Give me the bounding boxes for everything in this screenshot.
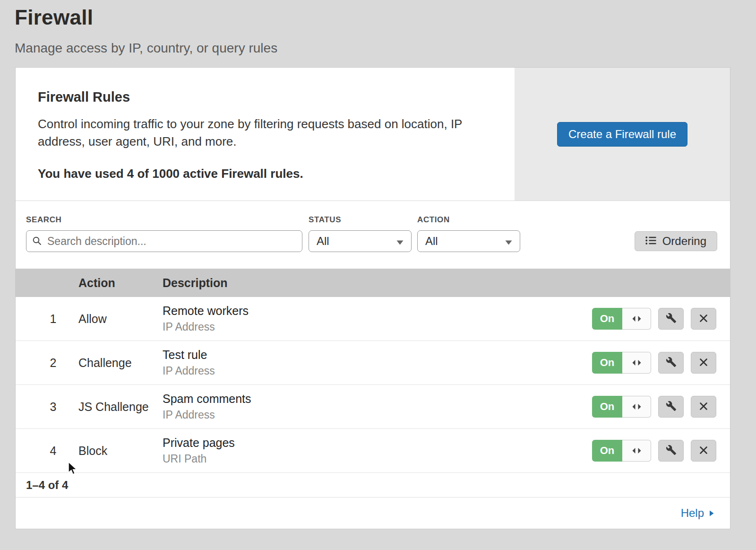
ordered-list-icon bbox=[645, 235, 656, 248]
status-select[interactable]: All bbox=[309, 230, 412, 252]
table-header: Action Description bbox=[16, 269, 730, 297]
search-filter-group: SEARCH bbox=[26, 215, 302, 252]
pagination-summary: 1–4 of 4 bbox=[16, 473, 730, 498]
search-field-wrap bbox=[26, 230, 302, 252]
rule-title: Remote workers bbox=[163, 304, 592, 318]
chevron-down-icon bbox=[505, 235, 512, 248]
delete-rule-button[interactable] bbox=[691, 396, 716, 418]
rule-priority: 3 bbox=[16, 400, 78, 414]
rule-description: Private pages URI Path bbox=[163, 436, 592, 465]
edit-rule-button[interactable] bbox=[658, 396, 684, 418]
rule-enabled-toggle[interactable]: On bbox=[592, 440, 651, 462]
rule-enabled-toggle[interactable]: On bbox=[592, 308, 651, 330]
rule-controls: On bbox=[592, 352, 730, 374]
rule-title: Spam comments bbox=[163, 392, 592, 406]
create-rule-panel: Create a Firewall rule bbox=[515, 68, 730, 201]
rule-match-type: URI Path bbox=[163, 453, 592, 465]
rule-action: Challenge bbox=[78, 356, 163, 370]
create-firewall-rule-button[interactable]: Create a Firewall rule bbox=[557, 122, 687, 147]
filters-bar: SEARCH STATUS All ACTION All bbox=[16, 201, 730, 269]
help-link[interactable]: Help bbox=[681, 506, 714, 520]
table-row: 1 Allow Remote workers IP Address On bbox=[16, 297, 730, 341]
table-row: 2 Challenge Test rule IP Address On bbox=[16, 341, 730, 385]
rule-description: Spam comments IP Address bbox=[163, 392, 592, 421]
rule-description: Remote workers IP Address bbox=[163, 304, 592, 333]
wrench-icon bbox=[666, 357, 677, 369]
close-icon bbox=[699, 314, 708, 324]
rules-usage-count: You have used 4 of 1000 active Firewall … bbox=[38, 166, 496, 181]
card-description: Control incoming traffic to your zone by… bbox=[38, 115, 484, 150]
delete-rule-button[interactable] bbox=[691, 308, 716, 330]
rules-summary-text: Firewall Rules Control incoming traffic … bbox=[16, 68, 515, 201]
help-link-label: Help bbox=[681, 506, 704, 520]
rule-priority: 1 bbox=[16, 312, 78, 326]
firewall-rules-card: Firewall Rules Control incoming traffic … bbox=[16, 68, 730, 529]
search-label: SEARCH bbox=[26, 215, 302, 225]
column-header-description: Description bbox=[163, 276, 730, 290]
rule-match-type: IP Address bbox=[163, 365, 592, 377]
action-label: ACTION bbox=[417, 215, 520, 225]
edit-rule-button[interactable] bbox=[658, 308, 684, 330]
close-icon bbox=[699, 445, 708, 456]
rule-controls: On bbox=[592, 308, 730, 330]
table-row: 3 JS Challenge Spam comments IP Address … bbox=[16, 385, 730, 429]
rule-action: Allow bbox=[78, 312, 163, 326]
status-selected-value: All bbox=[317, 235, 329, 248]
table-row: 4 Block Private pages URI Path On bbox=[16, 429, 730, 473]
search-icon bbox=[32, 236, 42, 248]
action-selected-value: All bbox=[425, 235, 438, 248]
close-icon bbox=[699, 358, 708, 368]
help-row: Help bbox=[16, 498, 730, 529]
chevron-down-icon bbox=[396, 235, 404, 248]
toggle-arrows-icon[interactable] bbox=[622, 352, 651, 374]
toggle-on-label[interactable]: On bbox=[592, 352, 622, 374]
edit-rule-button[interactable] bbox=[658, 440, 684, 462]
rule-title: Test rule bbox=[163, 348, 592, 362]
action-select[interactable]: All bbox=[417, 230, 520, 252]
delete-rule-button[interactable] bbox=[691, 440, 716, 462]
rule-action: JS Challenge bbox=[78, 400, 163, 414]
toggle-on-label[interactable]: On bbox=[592, 440, 622, 462]
rule-action: Block bbox=[78, 444, 163, 458]
rule-match-type: IP Address bbox=[163, 409, 592, 421]
rule-priority: 2 bbox=[16, 356, 78, 370]
ordering-button-label: Ordering bbox=[662, 235, 706, 248]
status-label: STATUS bbox=[309, 215, 412, 225]
rules-summary-section: Firewall Rules Control incoming traffic … bbox=[16, 68, 730, 201]
wrench-icon bbox=[666, 401, 677, 413]
rule-title: Private pages bbox=[163, 436, 592, 450]
column-header-action: Action bbox=[78, 276, 163, 290]
wrench-icon bbox=[666, 445, 677, 457]
rule-enabled-toggle[interactable]: On bbox=[592, 352, 651, 374]
card-heading: Firewall Rules bbox=[38, 89, 496, 105]
toggle-arrows-icon[interactable] bbox=[622, 308, 651, 330]
toggle-arrows-icon[interactable] bbox=[622, 396, 651, 418]
rule-controls: On bbox=[592, 440, 730, 462]
rule-priority: 4 bbox=[16, 444, 78, 458]
caret-right-icon bbox=[709, 506, 714, 520]
toggle-arrows-icon[interactable] bbox=[622, 440, 651, 462]
rule-enabled-toggle[interactable]: On bbox=[592, 396, 651, 418]
wrench-icon bbox=[666, 313, 677, 325]
ordering-button[interactable]: Ordering bbox=[635, 231, 717, 251]
action-filter-group: ACTION All bbox=[417, 215, 520, 252]
page-title: Firewall bbox=[15, 6, 756, 29]
toggle-on-label[interactable]: On bbox=[592, 308, 622, 330]
close-icon bbox=[699, 402, 708, 412]
search-input[interactable] bbox=[26, 230, 302, 252]
status-filter-group: STATUS All bbox=[309, 215, 412, 252]
delete-rule-button[interactable] bbox=[691, 352, 716, 374]
edit-rule-button[interactable] bbox=[658, 352, 684, 374]
rule-match-type: IP Address bbox=[163, 321, 592, 333]
page-header: Firewall Manage access by IP, country, o… bbox=[0, 0, 756, 56]
toggle-on-label[interactable]: On bbox=[592, 396, 622, 418]
rule-controls: On bbox=[592, 396, 730, 418]
rule-description: Test rule IP Address bbox=[163, 348, 592, 377]
page-subtitle: Manage access by IP, country, or query r… bbox=[15, 41, 756, 56]
